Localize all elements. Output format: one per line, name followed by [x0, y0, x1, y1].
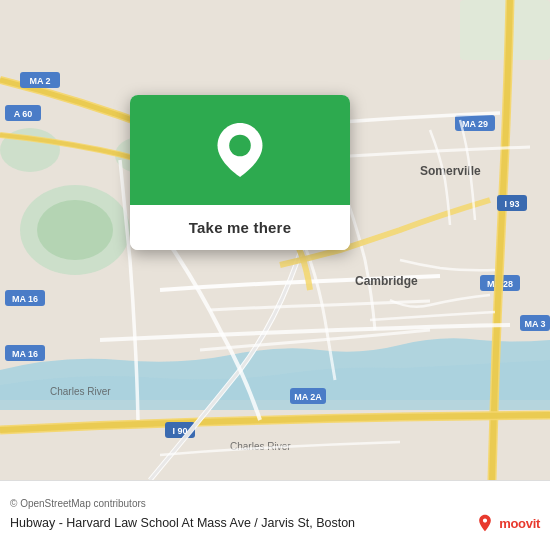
location-pin-icon — [218, 123, 262, 177]
svg-text:I 93: I 93 — [504, 199, 519, 209]
svg-text:MA 2: MA 2 — [29, 76, 50, 86]
bottom-bar: © OpenStreetMap contributors Hubway - Ha… — [0, 480, 550, 550]
svg-text:Cambridge: Cambridge — [355, 274, 418, 288]
location-popup: Take me there — [130, 95, 350, 250]
popup-map-icon-area — [130, 95, 350, 205]
svg-text:MA 29: MA 29 — [462, 119, 488, 129]
location-info-row: Hubway - Harvard Law School At Mass Ave … — [10, 513, 540, 533]
svg-text:MA 16: MA 16 — [12, 294, 38, 304]
location-name: Hubway - Harvard Law School At Mass Ave … — [10, 515, 475, 531]
svg-text:Charles River: Charles River — [50, 386, 111, 397]
svg-text:A 60: A 60 — [14, 109, 33, 119]
svg-point-2 — [37, 200, 113, 260]
map-container: MA 2 A 60 MA 16 MA 16 MA 29 MA 28 MA 3 M… — [0, 0, 550, 480]
svg-point-30 — [229, 135, 251, 157]
moovit-pin-icon — [475, 513, 495, 533]
svg-text:MA 2A: MA 2A — [294, 392, 322, 402]
moovit-brand-text: moovit — [499, 516, 540, 531]
moovit-logo: moovit — [475, 513, 540, 533]
take-me-there-button[interactable]: Take me there — [130, 205, 350, 250]
copyright-text: © OpenStreetMap contributors — [10, 498, 540, 509]
svg-text:MA 16: MA 16 — [12, 349, 38, 359]
svg-text:MA 3: MA 3 — [524, 319, 545, 329]
